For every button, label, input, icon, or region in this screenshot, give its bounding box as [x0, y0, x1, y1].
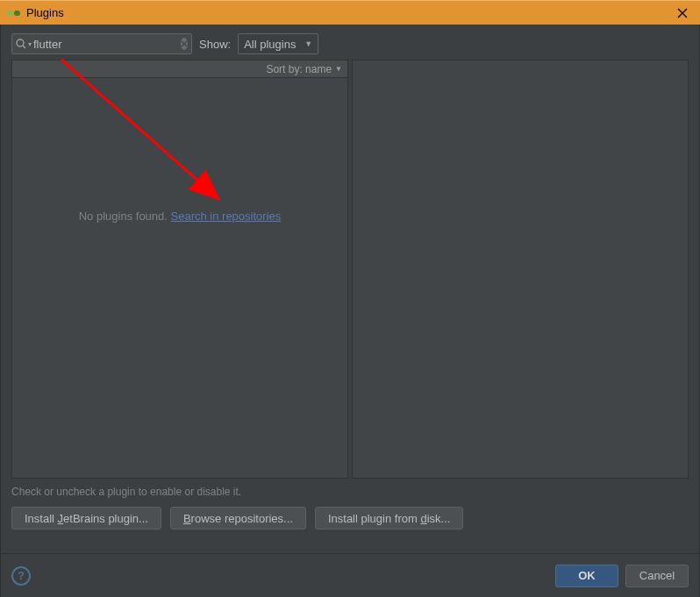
- browse-repositories-button[interactable]: Browse repositories...: [170, 507, 306, 529]
- svg-point-0: [17, 39, 24, 46]
- sort-label: Sort by: name: [266, 63, 332, 75]
- close-icon[interactable]: [672, 3, 693, 24]
- search-row: ▾ Show: All plugins ▼: [11, 33, 689, 54]
- search-input[interactable]: [33, 38, 181, 51]
- search-box[interactable]: ▾: [11, 33, 192, 54]
- show-label: Show:: [199, 38, 231, 51]
- install-jetbrains-plugin-button[interactable]: Install JetBrains plugin...: [11, 507, 161, 529]
- search-in-repositories-link[interactable]: Search in repositories: [171, 210, 282, 223]
- cancel-button[interactable]: Cancel: [625, 565, 689, 587]
- panels: Sort by: name ▼ No plugins found. Search…: [11, 60, 689, 479]
- android-icon: [7, 9, 21, 18]
- chevron-down-icon: ▼: [304, 39, 312, 48]
- sort-bar[interactable]: Sort by: name ▼: [12, 60, 347, 78]
- no-plugins-text: No plugins found.: [79, 210, 171, 223]
- help-button[interactable]: ?: [11, 566, 31, 586]
- footer-buttons: OK Cancel: [555, 565, 689, 587]
- ok-button[interactable]: OK: [555, 565, 618, 587]
- filter-value: All plugins: [244, 38, 304, 51]
- content-area: ▾ Show: All plugins ▼ Sort by: name ▼ No…: [0, 25, 700, 553]
- action-buttons-row: Install JetBrains plugin... Browse repos…: [11, 507, 689, 529]
- show-filter-combobox[interactable]: All plugins ▼: [238, 33, 318, 54]
- install-plugin-from-disk-button[interactable]: Install plugin from disk...: [315, 507, 463, 529]
- window-title: Plugins: [26, 6, 672, 19]
- sort-arrow-icon: ▼: [335, 65, 342, 73]
- plugin-details-panel: [352, 60, 689, 479]
- hint-text: Check or uncheck a plugin to enable or d…: [11, 486, 689, 498]
- dialog-footer: ? OK Cancel: [0, 553, 700, 597]
- plugin-list-panel: Sort by: name ▼ No plugins found. Search…: [11, 60, 348, 479]
- empty-list-message: No plugins found. Search in repositories: [12, 210, 347, 223]
- window-titlebar: Plugins: [0, 0, 700, 25]
- search-history-arrow-icon[interactable]: ▾: [28, 40, 32, 48]
- clear-search-icon[interactable]: [181, 38, 188, 50]
- search-icon: [16, 38, 26, 50]
